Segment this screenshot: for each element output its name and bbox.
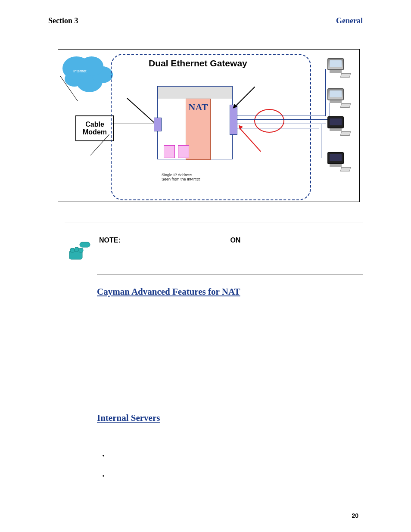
svg-rect-4 — [80, 242, 90, 247]
internal-servers-heading: Internal Servers — [97, 413, 160, 423]
bullet-item-2: • Eliminate conflicts with embedded admi… — [97, 472, 361, 482]
note-text-2: Cayman uses Port Address Translation (PA… — [137, 247, 328, 254]
bullet-icon: • — [97, 472, 110, 481]
bullet-icon: • — [97, 451, 110, 460]
internet-cloud-icon: Internet — [58, 52, 110, 93]
note-text-3: NAT facility. — [137, 257, 173, 264]
bullet-item-1: • Direct traffic to specific hosts/compu… — [97, 451, 361, 462]
computer-icon — [325, 116, 351, 136]
computer-icon — [325, 88, 351, 108]
pointing-hand-icon — [67, 236, 93, 262]
lan-line — [321, 124, 321, 158]
lan-line — [237, 128, 319, 128]
service-block-icon — [178, 145, 189, 158]
hub-services-label: Multiple PC's assignedEmbedded Admin Ser… — [170, 170, 256, 183]
note-text-1c: . — [240, 236, 242, 244]
lan-line — [237, 124, 326, 124]
note-line-3: NOTE:____ NAT facility. — [99, 257, 361, 266]
service-block-icon — [164, 145, 175, 158]
cloud-label: Internet — [73, 69, 87, 74]
highlight-circle-icon — [254, 109, 284, 133]
admin-services-label — [168, 173, 169, 177]
svg-rect-3 — [79, 248, 83, 252]
page-header: Section 3 General — [48, 16, 363, 25]
router-top-bar — [158, 87, 232, 99]
svg-rect-2 — [75, 247, 79, 252]
internal-servers-intro: Related to the pinhole configuration rul… — [97, 429, 361, 449]
bullet-text-1: Direct traffic to specific hosts/compute… — [112, 451, 361, 462]
page-number: 20 — [352, 512, 358, 519]
note-line-2: NOTE:____ Cayman uses Port Address Trans… — [99, 246, 361, 255]
lan-line — [237, 119, 330, 120]
wan-port-icon — [154, 118, 162, 131]
advanced-features-heading: Cayman Advanced Features for NAT — [97, 286, 240, 297]
gateway-title: Dual Ethernet Gateway — [149, 58, 247, 68]
svg-rect-1 — [70, 248, 75, 252]
advanced-para-2: Cayman Gateways provide special pinhole … — [97, 364, 361, 384]
divider — [97, 274, 363, 274]
header-section-label: Section 3 — [48, 16, 78, 25]
bullet-text-2: Eliminate conflicts with embedded admini… — [112, 472, 361, 482]
embedded-wan-label: EmbeddedWAN EthernetInterface — [123, 75, 147, 88]
advanced-para-1: Using the NAT facility provides effectiv… — [97, 303, 361, 333]
nat-block: NAT — [186, 99, 211, 160]
embedded-lan-label: EmbeddedLAN EthernetHub — [243, 73, 267, 86]
computer-icon — [325, 152, 351, 171]
note-text-1a: The default setting for NAT is — [140, 236, 230, 244]
divider — [65, 223, 363, 223]
network-diagram: Internet CableModem 10Base-T Dual Ethern… — [58, 49, 360, 202]
footer-source-text: Downloaded from www.Manualslib.com manua… — [48, 513, 193, 519]
header-category-label: General — [336, 16, 363, 25]
computer-icon — [325, 58, 351, 78]
nat-label: NAT — [189, 102, 208, 113]
lan-line — [237, 115, 326, 115]
cable-modem-box: CableModem — [75, 115, 114, 141]
arrow-icon — [234, 86, 257, 110]
note-line-1: NOTE: The default setting for NAT is ON. — [99, 236, 361, 245]
cable-modem-label: CableModem — [83, 121, 107, 136]
note-text-1b: ON — [230, 236, 240, 244]
note-label: NOTE: — [99, 236, 121, 244]
